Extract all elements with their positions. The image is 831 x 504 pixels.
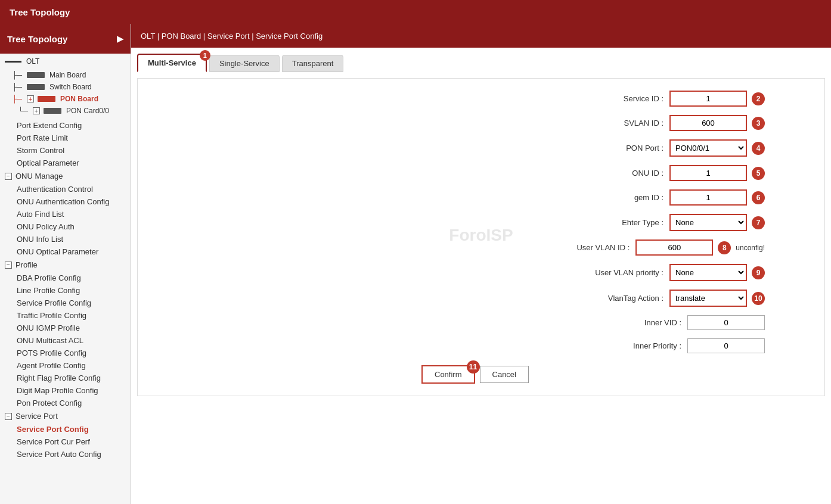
service-port-items: Service Port Config Service Port Cur Per… bbox=[0, 423, 131, 461]
onu-id-input[interactable] bbox=[669, 165, 747, 181]
inner-priority-input[interactable] bbox=[687, 338, 765, 353]
pon-port-badge: 4 bbox=[752, 142, 765, 155]
sidebar-link-storm-control[interactable]: Storm Control bbox=[0, 144, 131, 157]
sidebar-link-onu-multicast-acl[interactable]: ONU Multicast ACL bbox=[0, 334, 131, 347]
tree-node-switch-board[interactable]: ├─ Switch Board bbox=[0, 81, 131, 93]
cancel-button[interactable]: Cancel bbox=[480, 366, 529, 383]
sidebar-link-digit-map-profile[interactable]: Digit Map Profile Config bbox=[0, 384, 131, 397]
vlantag-action-label: VlanTag Action : bbox=[574, 294, 669, 303]
ehter-type-select[interactable]: None IPv4 IPv6 PPPoE bbox=[669, 214, 747, 231]
pon-board-section: Port Extend Config Port Rate Limit Storm… bbox=[0, 119, 131, 169]
service-id-badge: 2 bbox=[752, 92, 765, 105]
sidebar-title: Tree Topology ▶ bbox=[0, 24, 131, 54]
user-vlan-priority-badge: 9 bbox=[752, 266, 765, 279]
sidebar-link-pon-protect[interactable]: Pon Protect Config bbox=[0, 397, 131, 409]
gem-id-label: gem ID : bbox=[574, 193, 669, 202]
content-area: OLT | PON Board | Service Port | Service… bbox=[131, 24, 831, 504]
sidebar-link-pots-profile[interactable]: POTS Profile Config bbox=[0, 347, 131, 359]
inner-vid-label: Inner VID : bbox=[592, 318, 687, 327]
sidebar-link-onu-auth-config[interactable]: ONU Authentication Config bbox=[0, 195, 131, 208]
tree-node-pon-card[interactable]: └─ + PON Card0/0 bbox=[0, 105, 131, 117]
pon-port-label: PON Port : bbox=[574, 144, 669, 153]
confirm-button[interactable]: Confirm 11 bbox=[421, 365, 475, 384]
tabs-container: Multi-Service 1 Single-Service Transpare… bbox=[137, 54, 825, 72]
app-header: Tree Topology bbox=[0, 0, 831, 24]
service-id-row: Service ID : 2 bbox=[348, 91, 765, 107]
onu-manage-items: Authentication Control ONU Authenticatio… bbox=[0, 183, 131, 258]
tree-node-pon-board[interactable]: ├─ + PON Board bbox=[0, 93, 131, 105]
sidebar-link-onu-policy-auth[interactable]: ONU Policy Auth bbox=[0, 220, 131, 233]
sidebar-link-onu-optical-param[interactable]: ONU Optical Parameter bbox=[0, 245, 131, 258]
tree-node-main-board[interactable]: ├─ Main Board bbox=[0, 69, 131, 81]
sidebar-link-right-flag-profile[interactable]: Right Flag Profile Config bbox=[0, 372, 131, 384]
sidebar-link-optical-parameter[interactable]: Optical Parameter bbox=[0, 157, 131, 169]
user-vlan-id-row: User VLAN ID : 8 unconfig! bbox=[348, 239, 765, 256]
onu-id-badge: 5 bbox=[752, 167, 765, 180]
pon-board-label: PON Board bbox=[60, 95, 98, 103]
user-vlan-id-input[interactable] bbox=[635, 239, 713, 256]
onu-manage-group[interactable]: − ONU Manage bbox=[0, 169, 131, 183]
svlan-id-label: SVLAN ID : bbox=[574, 119, 669, 127]
ehter-type-badge: 7 bbox=[752, 216, 765, 229]
profile-label: Profile bbox=[15, 260, 38, 269]
tab-single-service[interactable]: Single-Service bbox=[209, 55, 280, 72]
service-id-input[interactable] bbox=[669, 91, 747, 107]
pon-port-row: PON Port : PON0/0/1 PON0/0/2 PON0/0/3 4 bbox=[348, 139, 765, 157]
form-container: ForoISP Service ID : 2 SVLAN ID : 3 PON … bbox=[137, 78, 825, 396]
user-vlan-id-label: User VLAN ID : bbox=[540, 243, 635, 252]
cancel-label: Cancel bbox=[492, 370, 516, 379]
sidebar-link-dba-profile[interactable]: DBA Profile Config bbox=[0, 272, 131, 284]
sidebar-link-port-rate-limit[interactable]: Port Rate Limit bbox=[0, 132, 131, 144]
service-port-group[interactable]: − Service Port bbox=[0, 409, 131, 423]
gem-id-input[interactable] bbox=[669, 189, 747, 206]
svlan-id-row: SVLAN ID : 3 bbox=[348, 115, 765, 131]
tab-multi-service[interactable]: Multi-Service 1 bbox=[137, 54, 207, 72]
sidebar-link-onu-igmp-profile[interactable]: ONU IGMP Profile bbox=[0, 322, 131, 334]
sidebar-collapse-icon[interactable]: ▶ bbox=[117, 34, 123, 43]
user-vlan-priority-row: User VLAN priority : None 012 345 67 9 bbox=[348, 264, 765, 281]
user-vlan-priority-label: User VLAN priority : bbox=[574, 268, 669, 277]
inner-priority-row: Inner Priority : bbox=[348, 338, 765, 353]
tab-multi-service-badge: 1 bbox=[200, 50, 210, 61]
tab-transparent[interactable]: Transparent bbox=[282, 55, 344, 72]
sidebar-link-agent-profile[interactable]: Agent Profile Config bbox=[0, 359, 131, 372]
sidebar-link-port-extend-config[interactable]: Port Extend Config bbox=[0, 119, 131, 132]
user-vlan-priority-select[interactable]: None 012 345 67 bbox=[669, 264, 747, 281]
sidebar-link-onu-info-list[interactable]: ONU Info List bbox=[0, 233, 131, 245]
tab-transparent-label: Transparent bbox=[292, 59, 334, 68]
breadcrumb-text: OLT | PON Board | Service Port | Service… bbox=[141, 32, 323, 41]
sidebar-link-service-port-config[interactable]: Service Port Config bbox=[0, 423, 131, 435]
ehter-type-row: Ehter Type : None IPv4 IPv6 PPPoE 7 bbox=[348, 214, 765, 231]
tab-single-service-label: Single-Service bbox=[219, 59, 269, 68]
profile-group[interactable]: − Profile bbox=[0, 258, 131, 272]
unconfig-text: unconfig! bbox=[736, 244, 765, 252]
breadcrumb: OLT | PON Board | Service Port | Service… bbox=[131, 24, 831, 48]
olt-label: OLT bbox=[26, 57, 39, 66]
svlan-id-badge: 3 bbox=[752, 117, 765, 130]
sidebar-link-service-port-cur-perf[interactable]: Service Port Cur Perf bbox=[0, 435, 131, 448]
pon-port-select[interactable]: PON0/0/1 PON0/0/2 PON0/0/3 bbox=[669, 139, 747, 157]
service-port-label: Service Port bbox=[15, 412, 58, 421]
tree-node-olt[interactable]: OLT bbox=[0, 54, 131, 69]
confirm-label: Confirm bbox=[435, 370, 462, 379]
sidebar-link-auth-control[interactable]: Authentication Control bbox=[0, 183, 131, 195]
pon-card-label: PON Card0/0 bbox=[66, 107, 109, 115]
inner-vid-input[interactable] bbox=[687, 315, 765, 330]
tab-multi-service-label: Multi-Service bbox=[148, 58, 196, 67]
sidebar-link-traffic-profile[interactable]: Traffic Profile Config bbox=[0, 309, 131, 322]
sidebar-link-line-profile[interactable]: Line Profile Config bbox=[0, 284, 131, 297]
vlantag-action-row: VlanTag Action : translate add remove tr… bbox=[348, 290, 765, 307]
sidebar-link-service-port-auto-config[interactable]: Service Port Auto Config bbox=[0, 448, 131, 461]
main-panel: Multi-Service 1 Single-Service Transpare… bbox=[131, 48, 831, 504]
switch-board-label: Switch Board bbox=[49, 83, 92, 91]
onu-manage-label: ONU Manage bbox=[15, 172, 63, 181]
ehter-type-label: Ehter Type : bbox=[574, 218, 669, 227]
profile-items: DBA Profile Config Line Profile Config S… bbox=[0, 272, 131, 409]
main-board-label: Main Board bbox=[49, 71, 86, 79]
vlantag-action-select[interactable]: translate add remove transparent bbox=[669, 290, 747, 307]
sidebar: Tree Topology ▶ OLT ├─ Main Board ├─ Swi… bbox=[0, 24, 131, 504]
sidebar-link-auto-find-list[interactable]: Auto Find List bbox=[0, 208, 131, 220]
vlantag-action-badge: 10 bbox=[752, 292, 765, 305]
sidebar-link-service-profile[interactable]: Service Profile Config bbox=[0, 297, 131, 309]
svlan-id-input[interactable] bbox=[669, 115, 747, 131]
